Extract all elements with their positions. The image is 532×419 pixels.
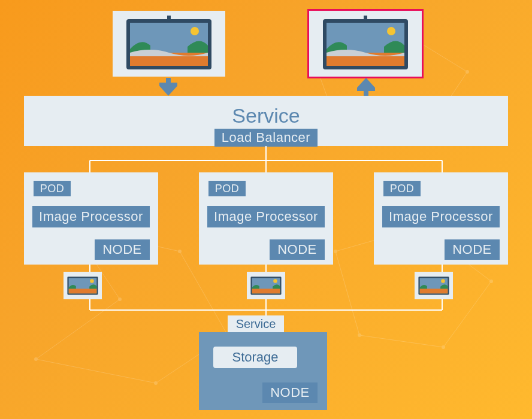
svg-rect-36 bbox=[167, 16, 171, 19]
pod-tag: POD bbox=[34, 181, 71, 196]
mini-image-1 bbox=[64, 272, 102, 299]
svg-rect-66 bbox=[420, 289, 448, 293]
node-label: NODE bbox=[95, 239, 150, 260]
svg-point-34 bbox=[191, 27, 199, 35]
image-processor-label: Image Processor bbox=[382, 206, 500, 227]
output-image-card bbox=[309, 11, 422, 77]
pod-tag: POD bbox=[208, 181, 246, 196]
landscape-picture-icon bbox=[124, 16, 214, 72]
pod-card-2: POD Image Processor NODE bbox=[199, 172, 333, 265]
storage-node-card: Storage NODE bbox=[199, 332, 327, 410]
service-bar: Service Load Balancer bbox=[24, 96, 508, 146]
svg-rect-58 bbox=[69, 289, 97, 293]
node-label: NODE bbox=[445, 239, 500, 260]
svg-point-39 bbox=[387, 27, 395, 35]
svg-point-57 bbox=[90, 279, 93, 283]
node-label: NODE bbox=[270, 239, 325, 260]
service-title: Service bbox=[24, 96, 508, 127]
landscape-picture-icon bbox=[321, 16, 410, 72]
svg-point-65 bbox=[441, 279, 445, 283]
pod-card-1: POD Image Processor NODE bbox=[24, 172, 158, 265]
svg-point-61 bbox=[273, 279, 277, 283]
svg-rect-62 bbox=[252, 289, 280, 293]
svg-rect-41 bbox=[364, 16, 367, 19]
node-label: NODE bbox=[262, 382, 318, 403]
storage-label: Storage bbox=[213, 347, 297, 368]
pod-card-3: POD Image Processor NODE bbox=[374, 172, 508, 265]
arrow-down-icon bbox=[159, 78, 177, 96]
load-balancer-label: Load Balancer bbox=[214, 129, 318, 147]
arrow-up-icon bbox=[357, 78, 375, 96]
image-processor-label: Image Processor bbox=[32, 206, 150, 227]
bottom-service-label: Service bbox=[228, 315, 284, 332]
input-image-card bbox=[113, 11, 225, 77]
mini-image-2 bbox=[247, 272, 285, 299]
mini-image-3 bbox=[415, 272, 453, 299]
image-processor-label: Image Processor bbox=[207, 206, 325, 227]
pod-tag: POD bbox=[383, 181, 421, 196]
